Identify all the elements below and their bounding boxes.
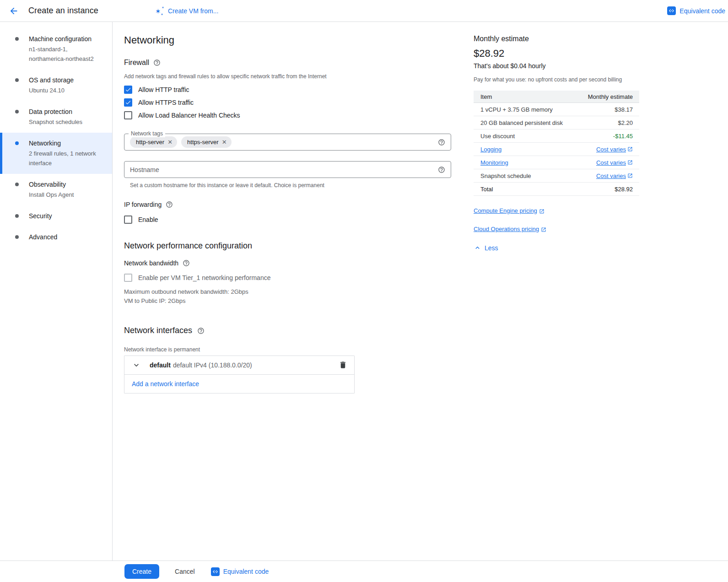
monitoring-link[interactable]: Monitoring [480, 159, 508, 166]
create-button[interactable]: Create [124, 564, 159, 579]
ip-forwarding-help-icon[interactable] [166, 201, 173, 208]
estimate-heading: Monthly estimate [474, 35, 639, 43]
estimate-row-total: Total $28.92 [474, 183, 639, 196]
estimate-note: Pay for what you use: no upfront costs a… [474, 76, 639, 83]
col-item: Item [480, 93, 492, 100]
chevron-down-icon[interactable] [132, 361, 141, 370]
sidebar-item-observability[interactable]: Observability Install Ops Agent [0, 174, 112, 205]
create-vm-from-button[interactable]: ✶✶✶ Create VM from... [155, 6, 218, 16]
checkbox-allow-https-traffic[interactable]: Allow HTTPS traffic [124, 98, 451, 107]
network-tags-field[interactable]: Network tags http-server ✕ https-server … [124, 134, 451, 151]
checkbox-tier1-networking: Enable per VM Tier_1 networking performa… [124, 274, 451, 282]
external-link-icon [627, 173, 633, 178]
estimate-row-logging: Logging Cost varies [474, 143, 639, 156]
sidebar-item-security[interactable]: Security [0, 205, 112, 226]
col-monthly-estimate: Monthly estimate [588, 93, 633, 100]
sidebar-item-os-and-storage[interactable]: OS and storage Ubuntu 24.10 [0, 70, 112, 101]
checkbox-icon [124, 86, 132, 94]
add-network-interface-link[interactable]: Add a network interface [132, 380, 199, 388]
chip-remove-icon[interactable]: ✕ [167, 139, 173, 145]
network-performance-heading: Network performance configuration [124, 241, 451, 251]
external-link-icon [627, 160, 633, 165]
sidebar-item-sub: Ubuntu 24.10 [29, 86, 74, 95]
checkbox-allow-lb-health-checks[interactable]: Allow Load Balancer Health Checks [124, 111, 451, 119]
code-icon [667, 6, 676, 15]
sidebar-item-label: Observability [29, 181, 66, 188]
logging-link[interactable]: Logging [480, 146, 502, 153]
firewall-help-icon[interactable] [153, 59, 161, 66]
compute-engine-pricing-link[interactable]: Compute Engine pricing [474, 207, 537, 214]
estimate-amount: $28.92 [474, 48, 639, 59]
network-interface-card: default default IPv4 (10.188.0.0/20) Add… [124, 356, 355, 393]
sidebar-item-networking[interactable]: Networking 2 firewall rules, 1 network i… [0, 133, 112, 174]
action-bar: Create Cancel Equivalent code [0, 560, 728, 582]
network-interfaces-help-icon[interactable] [197, 327, 205, 334]
external-link-icon [539, 208, 545, 214]
row-item: Use discount [480, 133, 515, 140]
sidebar-item-label: Data protection [29, 108, 72, 115]
back-arrow-icon [9, 6, 19, 16]
interface-row-default[interactable]: default default IPv4 (10.188.0.0/20) [124, 356, 354, 374]
gemini-sparkle-icon: ✶✶✶ [155, 6, 164, 16]
cost-varies-link[interactable]: Cost varies [596, 146, 626, 153]
monthly-estimate-panel: Monthly estimate $28.92 That's about $0.… [474, 22, 639, 252]
external-link-icon [541, 226, 546, 232]
network-tags-label: Network tags [129, 130, 165, 137]
estimate-table: Item Monthly estimate 1 vCPU + 3.75 GB m… [474, 91, 639, 196]
step-dot-icon [15, 141, 19, 145]
checkbox-icon [124, 98, 132, 107]
network-interfaces-heading: Network interfaces [124, 326, 192, 335]
equivalent-code-label: Equivalent code [679, 7, 725, 15]
network-tags-help-icon[interactable] [438, 139, 445, 146]
checkbox-label: Allow HTTPS traffic [138, 98, 194, 107]
sidebar-item-label: Security [29, 212, 52, 220]
cost-varies-link[interactable]: Cost varies [596, 159, 626, 166]
chevron-up-icon [474, 244, 481, 252]
top-header: Create an instance ✶✶✶ Create VM from...… [0, 0, 728, 22]
row-value: $2.20 [618, 119, 633, 126]
networking-panel: Networking Firewall Add network tags and… [124, 22, 451, 393]
sidebar-item-advanced[interactable]: Advanced [0, 226, 112, 248]
cloud-operations-pricing-link[interactable]: Cloud Operations pricing [474, 226, 539, 232]
equivalent-code-label: Equivalent code [223, 568, 269, 575]
checkbox-label: Enable per VM Tier_1 networking performa… [138, 274, 270, 282]
less-label: Less [485, 244, 498, 252]
hostname-input[interactable] [130, 166, 438, 173]
equivalent-code-button-bottom[interactable]: Equivalent code [211, 567, 269, 576]
max-bandwidth-note: Maximum outbound network bandwidth: 2Gbp… [124, 287, 451, 296]
estimate-hourly: That's about $0.04 hourly [474, 62, 639, 70]
network-bandwidth-help-icon[interactable] [183, 259, 190, 267]
less-toggle[interactable]: Less [474, 244, 639, 252]
cancel-button[interactable]: Cancel [175, 568, 195, 575]
checkbox-allow-http-traffic[interactable]: Allow HTTP traffic [124, 86, 451, 94]
interface-name: default [150, 361, 171, 369]
equivalent-code-button-top[interactable]: Equivalent code [667, 6, 725, 15]
sidebar-item-sub: Install Ops Agent [29, 190, 74, 199]
interface-detail: default IPv4 (10.188.0.0/20) [173, 361, 252, 369]
step-dot-icon [15, 78, 19, 82]
sidebar-item-label: Networking [29, 140, 61, 147]
ip-forwarding-heading-row: IP forwarding [124, 201, 451, 208]
create-vm-from-label: Create VM from... [168, 7, 218, 15]
hostname-help-icon[interactable] [438, 166, 445, 173]
row-item: Snapshot schedule [480, 172, 531, 179]
delete-interface-icon[interactable] [339, 361, 348, 370]
checkbox-label: Allow Load Balancer Health Checks [138, 111, 240, 119]
cost-varies-link[interactable]: Cost varies [596, 172, 626, 179]
estimate-row-cpu: 1 vCPU + 3.75 GB memory $38.17 [474, 103, 639, 116]
chip-https-server: https-server ✕ [181, 136, 232, 148]
sidebar-item-label: Advanced [29, 233, 57, 241]
step-dot-icon [15, 235, 19, 239]
back-arrow-button[interactable] [5, 2, 23, 20]
step-dot-icon [15, 37, 19, 41]
estimate-row-disk: 20 GB balanced persistent disk $2.20 [474, 116, 639, 129]
sidebar-item-data-protection[interactable]: Data protection Snapshot schedules [0, 101, 112, 133]
checkbox-ip-forwarding-enable[interactable]: Enable [124, 216, 451, 224]
sidebar-item-machine-configuration[interactable]: Machine configuration n1-standard-1, nor… [0, 28, 112, 70]
chip-remove-icon[interactable]: ✕ [222, 139, 227, 145]
row-value: $38.17 [615, 106, 633, 113]
row-item: 1 vCPU + 3.75 GB memory [480, 106, 553, 113]
hostname-field[interactable] [124, 161, 451, 178]
interface-permanent-note: Network interface is permanent [124, 346, 451, 353]
row-item: Total [480, 186, 493, 193]
